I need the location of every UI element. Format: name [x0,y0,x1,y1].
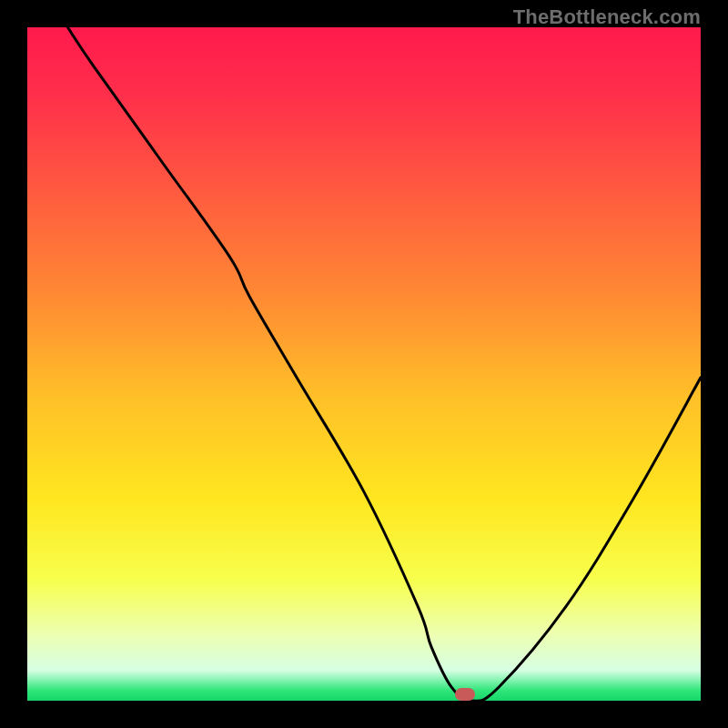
bottleneck-curve [27,27,701,701]
chart-frame: TheBottleneck.com [0,0,728,728]
plot-area [27,27,701,701]
optimal-point-marker [455,688,475,701]
watermark-text: TheBottleneck.com [513,5,701,29]
